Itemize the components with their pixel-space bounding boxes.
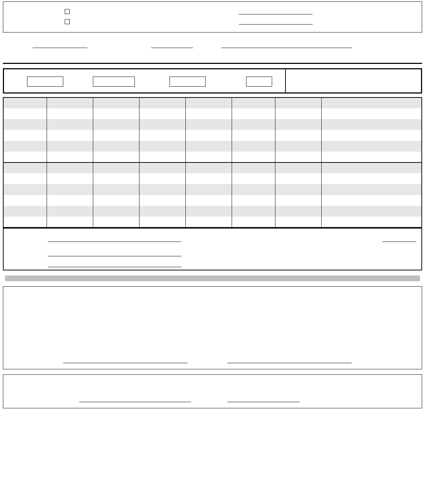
table-cell[interactable] (275, 184, 321, 195)
footer-field-2[interactable] (48, 256, 181, 256)
table-cell[interactable] (275, 141, 321, 152)
table-cell[interactable] (3, 152, 47, 162)
table-cell[interactable] (321, 141, 422, 152)
table-cell[interactable] (47, 130, 93, 141)
table-cell[interactable] (185, 162, 232, 173)
table-cell[interactable] (47, 152, 93, 162)
table-cell[interactable] (321, 130, 422, 141)
table-cell[interactable] (47, 217, 93, 227)
table-cell[interactable] (139, 97, 185, 108)
table-cell[interactable] (93, 119, 139, 130)
header-box-4[interactable] (246, 77, 272, 87)
table-cell[interactable] (321, 184, 422, 195)
table-cell[interactable] (47, 108, 93, 119)
table-cell[interactable] (139, 130, 185, 141)
table-cell[interactable] (275, 130, 321, 141)
table-cell[interactable] (185, 141, 232, 152)
table-cell[interactable] (232, 195, 275, 206)
signature-line[interactable] (79, 402, 191, 402)
table-cell[interactable] (3, 184, 47, 195)
table-cell[interactable] (275, 173, 321, 184)
footer-field-1[interactable] (48, 242, 181, 242)
top-field-1[interactable] (239, 14, 313, 14)
table-cell[interactable] (232, 162, 275, 173)
under-field-2[interactable] (151, 48, 193, 48)
table-cell[interactable] (93, 184, 139, 195)
table-cell[interactable] (93, 195, 139, 206)
under-field-1[interactable] (33, 48, 87, 48)
table-cell[interactable] (275, 195, 321, 206)
table-cell[interactable] (139, 152, 185, 162)
table-cell[interactable] (139, 162, 185, 173)
table-cell[interactable] (275, 217, 321, 227)
table-cell[interactable] (321, 108, 422, 119)
table-cell[interactable] (93, 152, 139, 162)
table-cell[interactable] (185, 206, 232, 217)
table-cell[interactable] (93, 108, 139, 119)
table-cell[interactable] (321, 97, 422, 108)
table-cell[interactable] (93, 173, 139, 184)
table-cell[interactable] (185, 130, 232, 141)
header-box-2[interactable] (93, 77, 135, 87)
table-cell[interactable] (139, 217, 185, 227)
table-cell[interactable] (185, 119, 232, 130)
table-cell[interactable] (139, 195, 185, 206)
table-cell[interactable] (47, 141, 93, 152)
table-cell[interactable] (275, 97, 321, 108)
header-box-3[interactable] (169, 77, 206, 87)
table-cell[interactable] (139, 173, 185, 184)
table-cell[interactable] (3, 217, 47, 227)
table-cell[interactable] (275, 162, 321, 173)
signature-line-1[interactable] (63, 363, 188, 363)
table-cell[interactable] (232, 152, 275, 162)
table-cell[interactable] (93, 217, 139, 227)
table-cell[interactable] (232, 217, 275, 227)
table-cell[interactable] (275, 108, 321, 119)
table-cell[interactable] (232, 173, 275, 184)
table-cell[interactable] (47, 97, 93, 108)
table-cell[interactable] (3, 97, 47, 108)
table-cell[interactable] (139, 206, 185, 217)
table-cell[interactable] (275, 152, 321, 162)
table-cell[interactable] (3, 173, 47, 184)
table-cell[interactable] (185, 195, 232, 206)
table-cell[interactable] (3, 119, 47, 130)
table-cell[interactable] (185, 173, 232, 184)
table-cell[interactable] (47, 119, 93, 130)
table-cell[interactable] (321, 217, 422, 227)
date-line[interactable] (227, 402, 300, 402)
table-cell[interactable] (232, 130, 275, 141)
table-cell[interactable] (232, 206, 275, 217)
checkbox-1[interactable] (65, 9, 70, 14)
header-box-1[interactable] (27, 77, 63, 87)
table-cell[interactable] (3, 108, 47, 119)
table-cell[interactable] (3, 206, 47, 217)
table-cell[interactable] (185, 97, 232, 108)
table-cell[interactable] (232, 184, 275, 195)
table-cell[interactable] (47, 162, 93, 173)
table-cell[interactable] (232, 119, 275, 130)
table-cell[interactable] (3, 195, 47, 206)
table-cell[interactable] (47, 184, 93, 195)
table-cell[interactable] (139, 184, 185, 195)
table-cell[interactable] (321, 195, 422, 206)
table-cell[interactable] (321, 119, 422, 130)
table-cell[interactable] (93, 162, 139, 173)
table-cell[interactable] (275, 119, 321, 130)
table-cell[interactable] (139, 119, 185, 130)
table-cell[interactable] (185, 152, 232, 162)
table-cell[interactable] (139, 141, 185, 152)
checkbox-2[interactable] (65, 19, 70, 24)
table-cell[interactable] (232, 97, 275, 108)
table-cell[interactable] (321, 162, 422, 173)
signature-line-2[interactable] (227, 363, 352, 363)
table-cell[interactable] (185, 184, 232, 195)
footer-field-3[interactable] (48, 267, 181, 267)
table-cell[interactable] (3, 162, 47, 173)
table-cell[interactable] (47, 173, 93, 184)
table-cell[interactable] (321, 152, 422, 162)
table-cell[interactable] (321, 173, 422, 184)
table-cell[interactable] (47, 206, 93, 217)
table-cell[interactable] (47, 195, 93, 206)
table-cell[interactable] (139, 108, 185, 119)
